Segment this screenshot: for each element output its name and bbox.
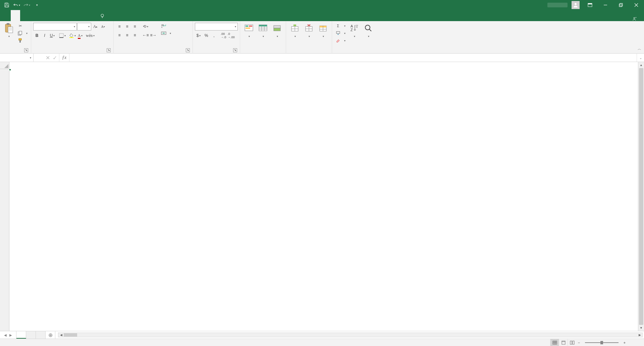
horizontal-scrollbar[interactable]: ◀ ▶ bbox=[58, 333, 643, 337]
fill-color-button[interactable]: ▾ bbox=[69, 32, 76, 39]
merge-center-button[interactable]: ▾ bbox=[160, 30, 172, 37]
close-button[interactable] bbox=[629, 0, 644, 10]
fx-label[interactable]: ƒx bbox=[59, 54, 69, 62]
collapse-ribbon-icon[interactable]: ︿ bbox=[638, 46, 641, 51]
tab-review[interactable] bbox=[58, 10, 67, 21]
formula-input[interactable] bbox=[69, 54, 637, 62]
fill-button[interactable]: ▾ bbox=[334, 30, 347, 37]
share-button[interactable] bbox=[626, 16, 644, 21]
scroll-left-icon[interactable]: ◀ bbox=[58, 333, 64, 337]
sheet-next-icon[interactable]: ▶ bbox=[9, 333, 12, 337]
font-name-select[interactable]: ▾ bbox=[33, 23, 77, 31]
new-sheet-button[interactable]: ⊕ bbox=[46, 331, 55, 339]
find-select-button[interactable]: ▾ bbox=[362, 22, 375, 39]
select-all-corner[interactable] bbox=[0, 62, 9, 69]
undo-icon[interactable]: ▾ bbox=[13, 2, 20, 8]
sort-filter-button[interactable]: AZ▾ bbox=[347, 22, 361, 39]
delete-cells-button[interactable]: ▾ bbox=[302, 22, 316, 39]
sheet-tab-1[interactable] bbox=[16, 331, 26, 339]
clipboard-dialog-launcher[interactable]: ⬊ bbox=[24, 48, 28, 52]
tab-file[interactable] bbox=[1, 10, 11, 21]
zoom-slider[interactable] bbox=[585, 342, 619, 343]
decrease-decimal-icon[interactable]: .0→.00 bbox=[227, 32, 235, 39]
wrap-text-button[interactable]: abc bbox=[160, 22, 172, 30]
tab-view[interactable] bbox=[67, 10, 76, 21]
tab-insert[interactable] bbox=[20, 10, 30, 21]
zoom-slider-thumb[interactable] bbox=[600, 341, 603, 344]
format-painter-button[interactable] bbox=[16, 37, 29, 44]
accounting-format-icon[interactable]: $▾ bbox=[195, 32, 202, 39]
chevron-down-icon[interactable]: ▾ bbox=[30, 56, 33, 59]
sheet-tab-2[interactable] bbox=[26, 331, 36, 339]
underline-button[interactable]: U▾ bbox=[49, 32, 56, 39]
tab-formulas[interactable] bbox=[39, 10, 48, 21]
font-color-button[interactable]: A▾ bbox=[76, 32, 84, 39]
align-center-icon[interactable]: ≡ bbox=[123, 32, 131, 39]
expand-formula-bar-icon[interactable]: ⌄ bbox=[637, 54, 644, 62]
conditional-formatting-button[interactable]: ▾ bbox=[242, 22, 256, 39]
align-middle-icon[interactable]: ≡ bbox=[123, 23, 131, 30]
name-box-input[interactable] bbox=[0, 55, 27, 60]
normal-view-icon[interactable] bbox=[550, 339, 559, 346]
increase-decimal-icon[interactable]: .00→.0 bbox=[220, 32, 227, 39]
increase-font-icon[interactable]: A▴ bbox=[92, 23, 99, 31]
tab-acrobat[interactable] bbox=[86, 10, 95, 21]
vscroll-track[interactable] bbox=[638, 68, 644, 325]
name-box[interactable]: ▾ bbox=[0, 54, 34, 62]
bold-button[interactable]: B bbox=[33, 32, 41, 39]
sheet-tab-3[interactable] bbox=[36, 331, 46, 339]
cut-button[interactable]: ✂ bbox=[16, 22, 29, 30]
page-break-view-icon[interactable] bbox=[568, 339, 576, 346]
clear-button[interactable]: ▾ bbox=[334, 37, 347, 44]
qat-customize-icon[interactable]: ▾ bbox=[34, 2, 40, 8]
decrease-font-icon[interactable]: A▾ bbox=[99, 23, 107, 31]
orientation-icon[interactable]: ⟲▾ bbox=[142, 23, 149, 30]
number-dialog-launcher[interactable]: ⬊ bbox=[233, 48, 237, 52]
phonetic-guide-button[interactable]: wén▾ bbox=[87, 32, 94, 39]
tab-data[interactable] bbox=[48, 10, 58, 21]
tab-home[interactable] bbox=[11, 10, 20, 21]
vscroll-thumb[interactable] bbox=[639, 68, 643, 325]
zoom-in-button[interactable]: + bbox=[622, 341, 627, 345]
align-right-icon[interactable]: ≡ bbox=[131, 32, 139, 39]
font-size-select[interactable]: ▾ bbox=[77, 23, 91, 31]
format-as-table-button[interactable]: ▾ bbox=[256, 22, 270, 39]
percent-format-icon[interactable]: % bbox=[203, 32, 210, 39]
align-top-icon[interactable]: ≡ bbox=[116, 23, 123, 30]
paste-button[interactable]: ▾ bbox=[2, 22, 15, 39]
enter-formula-icon[interactable]: ✓ bbox=[53, 55, 57, 61]
vertical-scrollbar[interactable]: ▲ ▼ bbox=[638, 62, 644, 331]
redo-icon[interactable]: ▾ bbox=[23, 2, 30, 8]
number-format-select[interactable]: ▾ bbox=[195, 23, 238, 31]
cancel-formula-icon[interactable]: ✕ bbox=[46, 55, 50, 61]
comma-format-icon[interactable]: , bbox=[210, 32, 218, 39]
copy-button[interactable]: ▾ bbox=[16, 30, 29, 37]
scroll-down-icon[interactable]: ▼ bbox=[638, 325, 644, 331]
decrease-indent-icon[interactable]: ←≡ bbox=[142, 32, 149, 39]
tab-page-layout[interactable] bbox=[30, 10, 39, 21]
tell-me-search[interactable] bbox=[95, 10, 111, 21]
format-cells-button[interactable]: ▾ bbox=[316, 22, 330, 39]
maximize-button[interactable] bbox=[613, 0, 629, 10]
save-icon[interactable] bbox=[3, 2, 10, 8]
increase-indent-icon[interactable]: ≡→ bbox=[150, 32, 157, 39]
scroll-up-icon[interactable]: ▲ bbox=[638, 62, 644, 68]
ribbon-display-options-icon[interactable] bbox=[582, 0, 598, 10]
autosum-button[interactable]: Σ▾ bbox=[334, 22, 347, 30]
page-layout-view-icon[interactable] bbox=[559, 339, 568, 346]
minimize-button[interactable] bbox=[598, 0, 613, 10]
hscroll-thumb[interactable] bbox=[64, 333, 77, 337]
insert-cells-button[interactable]: ▾ bbox=[288, 22, 302, 39]
cell-styles-button[interactable]: ▾ bbox=[270, 22, 284, 39]
borders-button[interactable]: ▾ bbox=[59, 32, 66, 39]
tab-help[interactable] bbox=[76, 10, 86, 21]
align-bottom-icon[interactable]: ≡ bbox=[131, 23, 139, 30]
fill-handle[interactable] bbox=[9, 69, 11, 71]
zoom-out-button[interactable]: − bbox=[576, 341, 582, 345]
align-left-icon[interactable]: ≡ bbox=[116, 32, 123, 39]
italic-button[interactable]: I bbox=[41, 32, 48, 39]
scroll-right-icon[interactable]: ▶ bbox=[637, 333, 642, 337]
font-dialog-launcher[interactable]: ⬊ bbox=[107, 48, 111, 52]
sheet-prev-icon[interactable]: ◀ bbox=[4, 333, 7, 337]
user-avatar[interactable] bbox=[572, 1, 580, 9]
